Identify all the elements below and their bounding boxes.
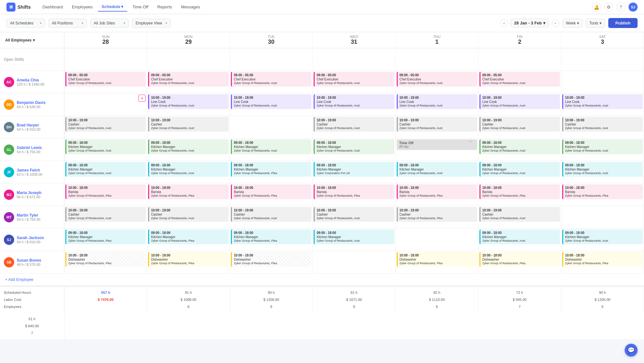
shift-cell-2-3[interactable]: 10:00 - 19:00 Cashier Zyker Group of Res…	[313, 116, 395, 138]
nav-schedule[interactable]: Schedule ▾	[98, 2, 128, 12]
shift-cell-6-3[interactable]: 10:00 - 19:00 Cashier Zyker Group of Res…	[313, 206, 395, 228]
shift-block[interactable]: 10:00 - 19:00 Cashier Zyker Group of Res…	[397, 207, 477, 222]
shift-cell-6-6[interactable]	[561, 206, 644, 228]
shift-block[interactable]: 09:00 - 18:00 Kitchen Manager Zyker Grou…	[314, 229, 394, 244]
shift-cell-6-1[interactable]: 10:00 - 19:00 Cashier Zyker Group of Res…	[147, 206, 230, 228]
shift-cell-1-5[interactable]: 10:00 - 19:00 Line Cook Zyker Group of R…	[478, 93, 561, 116]
settings-icon[interactable]: ⚙	[604, 3, 613, 12]
shift-cell-7-0[interactable]: 09:00 - 18:00 Kitchen Manager Zyker Grou…	[64, 228, 147, 251]
employee-name-0[interactable]: Amelia Chia	[17, 78, 60, 82]
shift-cell-4-6[interactable]: 09:00 - 18:00 Kitchen Manager Zyker Grou…	[561, 161, 644, 183]
shift-block[interactable]: 09:00 - 18:00 Kitchen Manager Zyker Grou…	[397, 162, 477, 177]
publish-button[interactable]: Publish	[608, 18, 638, 28]
shift-cell-8-5[interactable]: 10:00 - 18:00 Dishwasher Zyker Group of …	[478, 251, 561, 274]
shift-cell-1-4[interactable]: 10:00 - 19:00 Line Cook Zyker Group of R…	[396, 93, 478, 116]
employee-view-dropdown[interactable]: Employee View ▾	[132, 19, 171, 28]
shift-block[interactable]: 09:00 - 18:00 Kitchen Manager Zyker Grou…	[231, 162, 311, 177]
user-avatar[interactable]: SJ	[629, 3, 638, 12]
shift-cell-6-5[interactable]: 10:00 - 19:00 Cashier Zyker Group of Res…	[478, 206, 561, 228]
notification-icon[interactable]: 🔔	[592, 3, 601, 12]
shift-block[interactable]: 09:00 - 18:00 Kitchen Manager Zyker Grou…	[65, 139, 146, 154]
shift-cell-3-1[interactable]: 09:00 - 18:00 Kitchen Manager Zyker Grou…	[147, 138, 230, 161]
shift-cell-5-1[interactable]: 10:00 - 18:00 Barista Zyker Group of Res…	[147, 183, 230, 206]
shift-cell-0-1[interactable]: 09:00 - 05:00 Chef Executive Zyker Group…	[147, 71, 230, 93]
shift-block[interactable]: 10:00 - 19:00 Cashier Zyker Group of Res…	[314, 207, 394, 222]
shift-block[interactable]: 10:00 - 18:00 Dishwasher Zyker Group of …	[397, 252, 477, 267]
shift-block[interactable]: 09:00 - 18:00 Kitchen Manager Zyker Grou…	[65, 229, 146, 244]
shift-block[interactable]: 10:00 - 18:00 Barista Zyker Group of Res…	[65, 184, 146, 199]
shift-cell-8-2[interactable]: 10:00 - 18:00 Dishwasher Zyker Group of …	[230, 251, 313, 274]
shift-cell-8-0[interactable]: 10:00 - 18:00 Dishwasher Zyker Group of …	[64, 251, 147, 274]
shift-cell-7-3[interactable]: 09:00 - 18:00 Kitchen Manager Zyker Grou…	[313, 228, 395, 251]
shift-cell-0-0[interactable]: 09:00 - 05:00 Chef Executive Zyker Group…	[64, 71, 147, 93]
shift-cell-2-5[interactable]: 10:00 - 19:00 Cashier Zyker Group of Res…	[478, 116, 561, 138]
shift-cell-1-3[interactable]: 10:00 - 19:00 Line Cook Zyker Group of R…	[313, 93, 395, 116]
help-icon[interactable]: ?	[616, 3, 625, 12]
shift-block[interactable]: 09:00 - 18:00 Kitchen Manager Zyker Grou…	[148, 139, 229, 154]
add-shift-button[interactable]: +	[138, 95, 146, 102]
tools-dropdown[interactable]: Tools ▾	[586, 19, 605, 28]
shift-block[interactable]: 09:00 - 05:00 Chef Executive Zyker Group…	[314, 72, 394, 87]
shift-block[interactable]: 09:00 - 18:00 Kitchen Manager Zyker Grou…	[479, 162, 560, 177]
nav-reports[interactable]: Reports	[154, 3, 176, 11]
shift-cell-7-5[interactable]: 09:00 - 18:00 Kitchen Manager Zyker Grou…	[478, 228, 561, 251]
add-employee-button[interactable]: + Add Employee	[5, 277, 33, 282]
shift-block[interactable]: 09:00 - 18:00 Kitchen Manager Zyker Grou…	[148, 229, 229, 244]
shift-block[interactable]: 09:00 - 05:00 Chef Executive Zyker Group…	[397, 72, 477, 87]
all-schedules-dropdown[interactable]: All Schedules ▾	[6, 19, 45, 28]
shift-block[interactable]: 09:00 - 05:00 Chef Executive Zyker Group…	[65, 72, 146, 87]
shift-cell-6-0[interactable]: 10:00 - 19:00 Cashier Zyker Group of Res…	[64, 206, 147, 228]
shift-block[interactable]: 10:00 - 18:00 Barista Zyker Group of Res…	[231, 184, 311, 199]
all-employees-label[interactable]: All Employees ▾	[5, 38, 35, 42]
shift-cell-8-6[interactable]: 10:00 - 18:00 Dishwasher Zyker Group of …	[561, 251, 644, 274]
open-shifts-thu[interactable]	[396, 48, 478, 71]
shift-cell-3-3[interactable]: 09:00 - 18:00 Kitchen Manager Zyker Grou…	[313, 138, 395, 161]
shift-cell-4-0[interactable]: 09:00 - 18:00 Kitchen Manager Zyker Grou…	[64, 161, 147, 183]
shift-block[interactable]: 10:00 - 18:00 Barista Zyker Group of Res…	[479, 184, 560, 199]
shift-cell-5-6[interactable]: 10:00 - 18:00 Barista Zyker Group of Res…	[561, 183, 644, 206]
employee-name-7[interactable]: Sarah Jackson	[17, 236, 60, 240]
prev-week-button[interactable]: ‹	[500, 19, 508, 27]
employee-name-3[interactable]: Gabriel Lewis	[17, 145, 60, 150]
shift-block[interactable]: 10:00 - 18:00 Barista Zyker Group of Res…	[148, 184, 229, 199]
shift-block[interactable]: 10:00 - 19:00 Line Cook Zyker Group of R…	[148, 94, 229, 109]
shift-block[interactable]: 09:00 - 18:00 Kitchen Manager Zyker Grou…	[562, 162, 643, 177]
shift-cell-8-4[interactable]: 10:00 - 18:00 Dishwasher Zyker Group of …	[396, 251, 478, 274]
shift-cell-7-1[interactable]: 09:00 - 18:00 Kitchen Manager Zyker Grou…	[147, 228, 230, 251]
shift-block[interactable]: 10:00 - 18:00 Barista Zyker Group of Res…	[562, 184, 643, 199]
shift-block[interactable]: 09:00 - 18:00 Kitchen Manager Zyker Corp…	[314, 162, 394, 177]
shift-cell-2-1[interactable]: 10:00 - 19:00 Cashier Zyker Group of Res…	[147, 116, 230, 138]
shift-cell-7-2[interactable]: 09:00 - 18:00 Kitchen Manager Zyker Grou…	[230, 228, 313, 251]
shift-cell-4-2[interactable]: 09:00 - 18:00 Kitchen Manager Zyker Grou…	[230, 161, 313, 183]
shift-cell-0-5[interactable]: 09:00 - 05:00 Chef Executive Zyker Group…	[478, 71, 561, 93]
shift-block[interactable]: 10:00 - 19:00 Cashier Zyker Group of Res…	[65, 117, 146, 132]
next-week-button[interactable]: ›	[552, 19, 559, 27]
shift-cell-8-3[interactable]	[313, 251, 395, 274]
shift-cell-2-4[interactable]: 10:00 - 19:00 Cashier Zyker Group of Res…	[396, 116, 478, 138]
employee-name-6[interactable]: Martin Tyler	[17, 213, 60, 218]
shift-cell-5-3[interactable]: 10:00 - 18:00 Barista Zyker Group of Res…	[313, 183, 395, 206]
shift-cell-2-2[interactable]	[230, 116, 313, 138]
employee-name-5[interactable]: Maria Joseph	[17, 191, 60, 195]
shift-cell-6-4[interactable]: 10:00 - 19:00 Cashier Zyker Group of Res…	[396, 206, 478, 228]
shift-cell-8-1[interactable]: 10:00 - 18:00 Dishwasher Zyker Group of …	[147, 251, 230, 274]
all-employees-header[interactable]: All Employees ▾	[0, 32, 64, 48]
shift-block[interactable]: 09:00 - 18:00 Kitchen Manager Zyker Grou…	[479, 229, 560, 244]
shift-block[interactable]: 10:00 - 19:00 Cashier Zyker Group of Res…	[148, 117, 229, 132]
shift-block[interactable]: 10:00 - 18:00 Dishwasher Zyker Group of …	[148, 252, 229, 267]
shift-cell-2-6[interactable]: 10:00 - 19:00 Cashier Zyker Group of Res…	[561, 116, 644, 138]
shift-block[interactable]: 10:00 - 18:00 Barista Zyker Group of Res…	[397, 184, 477, 199]
app-logo[interactable]: ⊞ Shifts	[6, 3, 31, 12]
shift-cell-3-4[interactable]: Time Off All day ✏	[396, 138, 478, 161]
shift-block[interactable]: 10:00 - 19:00 Cashier Zyker Group of Res…	[231, 207, 311, 222]
open-shifts-fri[interactable]	[478, 48, 561, 71]
employee-name-2[interactable]: Brad Harper	[17, 123, 60, 127]
shift-block[interactable]: 10:00 - 18:00 Dishwasher Zyker Group of …	[562, 252, 643, 267]
date-range-selector[interactable]: 28 Jan - 3 Feb ▾	[511, 19, 549, 27]
nav-messages[interactable]: Messages	[177, 3, 204, 11]
open-shifts-tue[interactable]	[230, 48, 313, 71]
shift-block[interactable]: 09:00 - 18:00 Kitchen Manager Zyker Grou…	[231, 229, 311, 244]
shift-block[interactable]: 10:00 - 19:00 Line Cook Zyker Group of R…	[479, 94, 560, 109]
shift-cell-5-4[interactable]: 10:00 - 18:00 Barista Zyker Group of Res…	[396, 183, 478, 206]
shift-cell-4-1[interactable]: 09:00 - 18:00 Kitchen Manager Zyker Grou…	[147, 161, 230, 183]
